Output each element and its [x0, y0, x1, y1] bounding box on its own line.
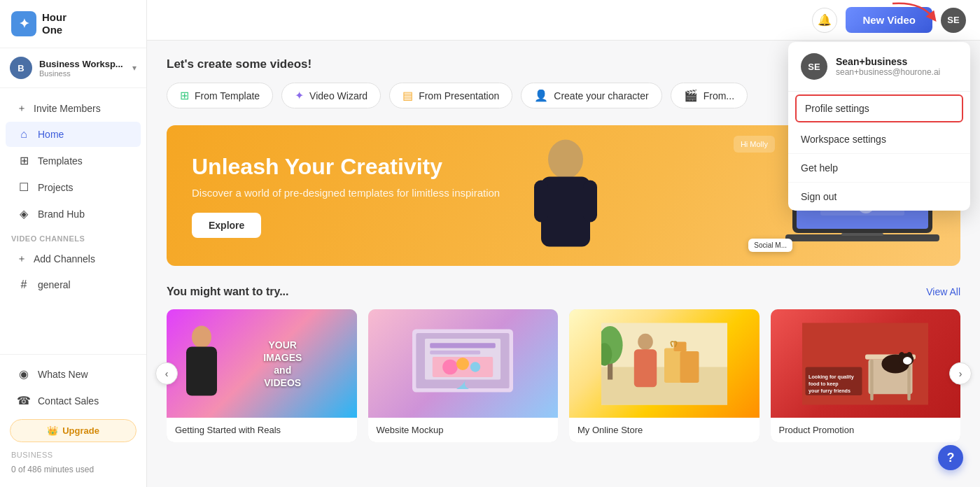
general-label: general: [38, 279, 71, 290]
cards-row: ‹ YOURIMAGESandVIDEOS Getting: [167, 309, 960, 442]
upgrade-button[interactable]: 👑 Upgrade: [10, 419, 136, 442]
video-wizard-button[interactable]: ✦ Video Wizard: [281, 83, 381, 108]
dropdown-sign-out[interactable]: Sign out: [788, 183, 970, 211]
brand-hub-icon: ◈: [17, 207, 31, 220]
dropdown-user-avatar: SE: [801, 53, 827, 80]
minutes-used-label: 0 of 486 minutes used: [0, 462, 146, 480]
create-character-icon: 👤: [534, 89, 548, 102]
card-getting-started[interactable]: YOURIMAGESandVIDEOS Getting Started with…: [167, 309, 357, 442]
sidebar-item-templates[interactable]: ⊞ Templates: [6, 148, 141, 174]
banner-card-1: Hi Molly: [734, 136, 775, 153]
svg-point-1: [548, 139, 583, 178]
svg-rect-19: [430, 351, 480, 354]
svg-text:Looking for quality: Looking for quality: [808, 374, 854, 380]
add-channels-button[interactable]: ＋ Add Channels: [6, 246, 141, 271]
dropdown-workspace-settings[interactable]: Workspace settings: [788, 125, 970, 154]
app-name: HourOne: [42, 11, 66, 36]
main-area: 🔔 New Video SE SE Sean+business sean+bus…: [147, 0, 980, 487]
user-avatar-button[interactable]: SE: [941, 8, 966, 33]
card-online-store-label: My Online Store: [569, 418, 760, 442]
card-product-promotion[interactable]: Looking for quality food to keep your fu…: [771, 309, 961, 442]
topbar: 🔔 New Video SE SE Sean+business sean+bus…: [147, 0, 980, 41]
card-website-mockup-image: [368, 309, 559, 418]
from-presentation-button[interactable]: ▤ From Presentation: [389, 83, 512, 108]
create-character-label: Create your character: [554, 90, 648, 101]
logo-icon: ✦: [11, 11, 36, 36]
sidebar-item-home[interactable]: ⌂ Home: [6, 122, 141, 147]
svg-rect-14: [186, 346, 217, 395]
templates-icon: ⊞: [17, 154, 31, 167]
sidebar-item-projects[interactable]: ☐ Projects: [6, 174, 141, 200]
from-more-button[interactable]: 🎬 From...: [671, 83, 748, 108]
workspace-name: Business Worksp...: [39, 59, 125, 69]
svg-point-21: [442, 360, 458, 375]
card-product-promotion-label: Product Promotion: [771, 418, 961, 442]
sidebar: ✦ HourOne B Business Worksp... Business …: [0, 0, 147, 487]
carousel-next-button[interactable]: ›: [949, 362, 972, 385]
sidebar-item-general[interactable]: # general: [6, 272, 141, 297]
workspace-avatar: B: [10, 57, 32, 79]
svg-point-13: [192, 325, 211, 348]
sidebar-item-brand-hub[interactable]: ◈ Brand Hub: [6, 201, 141, 227]
whats-new-icon: ◉: [17, 367, 31, 381]
svg-point-32: [638, 334, 653, 350]
card-online-store-image: [569, 309, 760, 418]
sidebar-item-label: Templates: [38, 155, 83, 167]
video-channels-label: VIDEO CHANNELS: [0, 227, 146, 246]
view-all-button[interactable]: View All: [926, 286, 960, 297]
create-character-button[interactable]: 👤 Create your character: [521, 83, 662, 108]
from-more-icon: 🎬: [684, 89, 698, 102]
video-wizard-icon: ✦: [295, 89, 304, 102]
plus-icon: ＋: [17, 102, 27, 115]
sidebar-item-whats-new[interactable]: ◉ Whats New: [6, 361, 141, 387]
card-getting-started-label: Getting Started with Reals: [167, 418, 357, 442]
carousel-prev-button[interactable]: ‹: [155, 362, 178, 385]
from-more-label: From...: [704, 90, 734, 101]
from-template-button[interactable]: ⊞ From Template: [167, 83, 273, 108]
banner-person-graphic: [531, 138, 601, 253]
card-website-mockup[interactable]: Website Mockup: [368, 309, 559, 442]
upgrade-crown-icon: 👑: [47, 425, 58, 436]
svg-rect-18: [430, 343, 496, 348]
sidebar-bottom: ◉ Whats New ☎ Contact Sales 👑 Upgrade BU…: [0, 354, 146, 487]
banner-subtitle: Discover a world of pre-designed templat…: [192, 187, 500, 199]
dropdown-profile-settings[interactable]: Profile settings: [795, 94, 963, 122]
video-wizard-label: Video Wizard: [309, 90, 368, 101]
svg-rect-8: [841, 233, 883, 236]
svg-rect-3: [534, 180, 548, 222]
from-presentation-icon: ▤: [402, 89, 413, 102]
business-section-label: BUSINESS: [0, 448, 146, 462]
workspace-selector[interactable]: B Business Worksp... Business ▾: [0, 48, 146, 88]
card-online-store[interactable]: My Online Store: [569, 309, 760, 442]
card-product-promotion-image: Looking for quality food to keep your fu…: [771, 309, 961, 418]
svg-point-22: [456, 358, 469, 370]
dropdown-get-help[interactable]: Get help: [788, 154, 970, 183]
contact-sales-label: Contact Sales: [38, 395, 99, 407]
new-video-button[interactable]: New Video: [846, 7, 932, 33]
from-template-label: From Template: [195, 90, 260, 101]
help-button[interactable]: ?: [938, 445, 963, 470]
notifications-button[interactable]: 🔔: [812, 8, 837, 33]
contact-sales-icon: ☎: [17, 394, 31, 407]
sidebar-item-label: Home: [38, 129, 64, 140]
svg-point-23: [470, 362, 480, 372]
invite-members-button[interactable]: ＋ Invite Members: [6, 96, 141, 121]
home-icon: ⌂: [17, 128, 31, 141]
try-section-header: You might want to try... View All: [167, 285, 960, 298]
invite-members-label: Invite Members: [34, 103, 101, 114]
svg-point-43: [903, 357, 912, 365]
add-channels-plus-icon: ＋: [17, 253, 27, 265]
svg-rect-2: [541, 176, 590, 246]
workspace-type: Business: [39, 69, 125, 78]
projects-icon: ☐: [17, 181, 31, 194]
svg-text:your furry friends: your furry friends: [808, 387, 850, 393]
from-presentation-label: From Presentation: [419, 90, 499, 101]
upgrade-label: Upgrade: [62, 425, 99, 436]
workspace-chevron-icon: ▾: [132, 63, 136, 73]
logo-area: ✦ HourOne: [0, 0, 146, 48]
add-channels-label: Add Channels: [34, 253, 95, 264]
svg-rect-33: [634, 349, 657, 387]
explore-button[interactable]: Explore: [192, 213, 261, 238]
sidebar-item-contact-sales[interactable]: ☎ Contact Sales: [6, 388, 141, 414]
dropdown-user-section: SE Sean+business sean+business@hourone.a…: [788, 42, 970, 92]
